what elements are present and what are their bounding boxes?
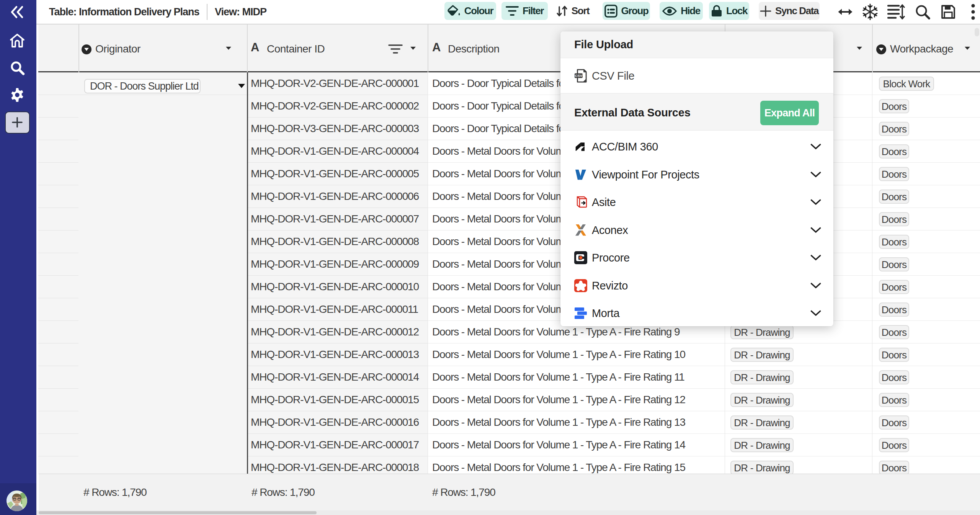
svg-text:CSV: CSV <box>575 74 583 78</box>
